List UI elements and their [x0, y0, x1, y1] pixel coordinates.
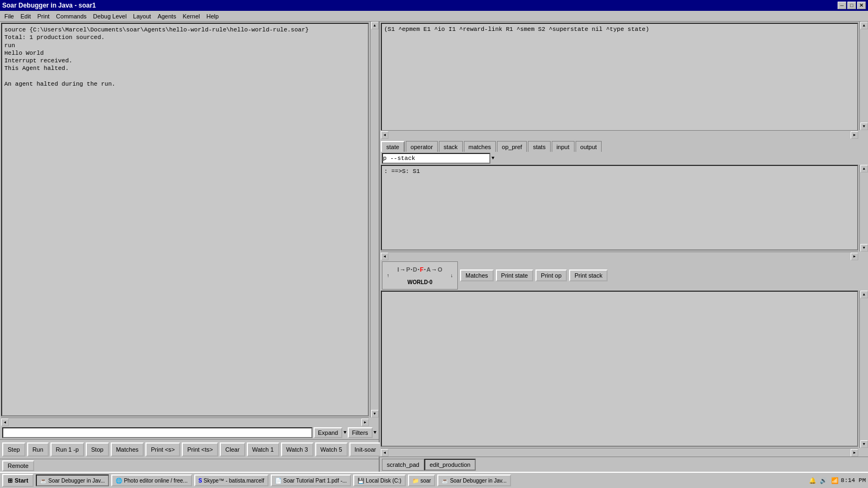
folder-icon: 📁	[412, 478, 419, 484]
menu-edit[interactable]: Edit	[17, 12, 34, 21]
left-horiz-scrollbar[interactable]: ◄ ►	[1, 418, 369, 426]
command-input[interactable]	[2, 427, 312, 438]
menu-help[interactable]: Help	[203, 12, 222, 21]
filters-button[interactable]: Filters	[348, 427, 373, 438]
photo-editor-label: Photo editor online / free...	[124, 478, 187, 484]
scroll-down-arrow[interactable]: ▼	[371, 410, 379, 418]
production-display[interactable]	[381, 291, 858, 447]
ipda-world: WORLD·0	[407, 279, 432, 285]
prod-scroll-left[interactable]: ◄	[381, 449, 388, 457]
expand-button[interactable]: Expand	[314, 427, 342, 438]
remote-button[interactable]: Remote	[2, 460, 34, 471]
menu-debug-level[interactable]: Debug Level	[90, 12, 130, 21]
prod-scroll-right[interactable]: ►	[851, 449, 858, 457]
menu-file[interactable]: File	[1, 12, 17, 21]
scroll-up-arrow[interactable]: ▲	[371, 22, 379, 29]
menu-layout[interactable]: Layout	[130, 12, 154, 21]
tab-stats[interactable]: stats	[528, 141, 550, 152]
prod-scrollbar[interactable]: ▲ ▼	[859, 291, 868, 448]
watch1-button[interactable]: Watch 1	[247, 442, 279, 457]
matches-prod-button[interactable]: Matches	[460, 269, 494, 281]
right-top-horiz-scrollbar[interactable]: ◄ ►	[381, 130, 858, 139]
right-top-scrollbar[interactable]: ▲ ▼	[859, 22, 868, 130]
start-button[interactable]: ⊞ Start	[2, 474, 34, 487]
state-display[interactable]: (S1 ^epmem E1 ^io I1 ^reward-link R1 ^sm…	[381, 23, 858, 131]
stack-display[interactable]: : ==>S: S1	[381, 165, 858, 251]
tabs-row: state operator stack matches op_pref sta…	[380, 139, 868, 152]
stack-content: : ==>S: S1	[384, 168, 855, 175]
run1p-button[interactable]: Run 1 -p	[50, 442, 84, 457]
print-op-button[interactable]: Print op	[535, 269, 567, 281]
ipda-dot1: ·	[411, 266, 412, 273]
right-scroll-right[interactable]: ►	[851, 131, 858, 139]
prod-horiz-scrollbar[interactable]: ◄ ►	[381, 448, 858, 457]
watch5-button[interactable]: Watch 5	[315, 442, 348, 457]
console-output: source {C:\Users\Marcel\Documents\soar\A…	[4, 26, 366, 88]
print-stack-button[interactable]: Print stack	[569, 269, 608, 281]
left-console-scrollbar[interactable]: ▲ ▼	[370, 22, 379, 418]
prod-scroll-up[interactable]: ▲	[860, 291, 868, 298]
left-console[interactable]: source {C:\Users\Marcel\Documents\soar\A…	[1, 23, 369, 416]
menu-commands[interactable]: Commands	[53, 12, 90, 21]
stack-section: ▼ : ==>S: S1 ▲ ▼ ◄ ►	[380, 152, 868, 260]
maximize-button[interactable]: □	[847, 2, 856, 9]
tab-output[interactable]: output	[576, 141, 602, 152]
scroll-up-arrow-right[interactable]: ▲	[860, 22, 868, 29]
close-button[interactable]: ✕	[857, 2, 866, 9]
taskbar-soar-debugger2[interactable]: ☕ Soar Debugger in Jav...	[437, 474, 510, 486]
taskbar-soar-debugger[interactable]: ☕ Soar Debugger in Jav...	[36, 474, 109, 486]
start-icon: ⊞	[8, 477, 12, 484]
stack-scrollbar[interactable]: ▲ ▼	[859, 165, 868, 252]
tab-scratch-pad[interactable]: scratch_pad	[382, 459, 424, 471]
taskbar-photo-editor[interactable]: 🌐 Photo editor online / free...	[111, 474, 192, 486]
system-icons: 🔔 🔊 📶	[809, 477, 839, 484]
pdf-label: Soar Tutorial Part 1.pdf -...	[283, 478, 347, 484]
stack-scroll-up[interactable]: ▲	[860, 165, 868, 172]
tab-matches[interactable]: matches	[464, 141, 496, 152]
taskbar-local-disk[interactable]: 💾 Local Disk (C:)	[353, 474, 406, 486]
scroll-down-arrow-right[interactable]: ▼	[860, 123, 868, 130]
taskbar-skype[interactable]: S Skype™ - batista.marcelf	[194, 474, 269, 486]
stack-scroll-right[interactable]: ►	[851, 253, 858, 260]
print-cs-button[interactable]: Print <s>	[145, 442, 180, 457]
tab-op-pref[interactable]: op_pref	[497, 141, 527, 152]
matches-button[interactable]: Matches	[111, 442, 144, 457]
menu-agents[interactable]: Agents	[154, 12, 179, 21]
stop-button[interactable]: Stop	[86, 442, 109, 457]
prod-scroll-down[interactable]: ▼	[860, 440, 868, 448]
tab-input[interactable]: input	[552, 141, 575, 152]
ipda-dot2: ·	[418, 266, 419, 273]
scroll-right-arrow[interactable]: ►	[361, 419, 369, 426]
minimize-button[interactable]: ─	[838, 2, 846, 9]
stack-scroll-down[interactable]: ▼	[860, 244, 868, 252]
status-bar: Remote	[0, 459, 379, 472]
print-ts-button[interactable]: Print <ts>	[182, 442, 218, 457]
right-scroll-left[interactable]: ◄	[381, 131, 388, 139]
menu-print[interactable]: Print	[34, 12, 53, 21]
stack-header: ▼	[380, 152, 868, 165]
watch3-button[interactable]: Watch 3	[281, 442, 314, 457]
tab-state[interactable]: state	[381, 141, 405, 152]
clock: 8:14 PM	[841, 477, 866, 484]
scroll-left-arrow[interactable]: ◄	[1, 419, 9, 426]
tab-edit-production[interactable]: edit_production	[424, 459, 476, 471]
taskbar-pdf[interactable]: 📄 Soar Tutorial Part 1.pdf -...	[271, 474, 351, 486]
tab-stack[interactable]: stack	[439, 141, 463, 152]
print-state-button[interactable]: Print state	[496, 269, 534, 281]
stack-horiz-scrollbar[interactable]: ◄ ►	[381, 252, 858, 260]
tab-operator[interactable]: operator	[406, 141, 438, 152]
stack-command-input[interactable]	[382, 153, 490, 164]
ipda-logo: I → P · D · F · A → O ↑ ↓	[382, 261, 458, 290]
soar-debugger-icon: ☕	[40, 478, 47, 484]
stack-dropdown-icon[interactable]: ▼	[492, 156, 494, 161]
clear-button[interactable]: Clear	[220, 442, 245, 457]
run-button[interactable]: Run	[27, 442, 49, 457]
stack-scroll-left[interactable]: ◄	[381, 253, 388, 260]
production-section: I → P · D · F · A → O ↑ ↓	[380, 260, 868, 457]
main-content: source {C:\Users\Marcel\Documents\soar\A…	[0, 22, 868, 472]
soar-folder-label: soar	[420, 478, 431, 484]
step-button[interactable]: Step	[2, 442, 25, 457]
init-soar-button[interactable]: Init-soar	[349, 442, 382, 457]
menu-kernel[interactable]: Kernel	[180, 12, 203, 21]
taskbar-soar-folder[interactable]: 📁 soar	[408, 474, 435, 486]
